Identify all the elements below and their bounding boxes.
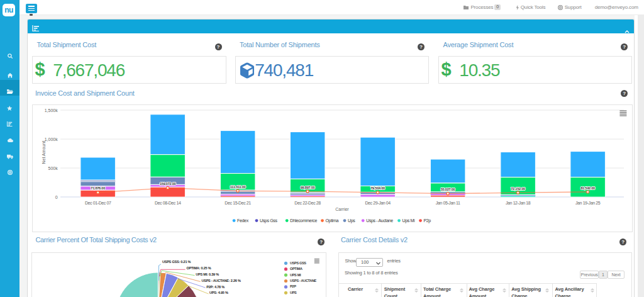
svg-text:72,152.00: 72,152.00 [511,187,525,191]
svg-text:Net Amount: Net Amount [41,141,45,164]
svg-text:111,411.00: 111,411.00 [230,185,245,189]
svg-text:OPTIMA: OPTIMA [290,267,303,271]
svg-text:Jan 05-Jan 11: Jan 05-Jan 11 [435,201,460,205]
svg-text:UPS MI: UPS MI [290,272,301,276]
svg-text:USPS - AUCTANE: USPS - AUCTANE [290,279,317,283]
svg-text:81,542.00: 81,542.00 [580,186,595,190]
svg-text:500k: 500k [48,166,58,171]
svg-text:Carrier: Carrier [335,207,349,211]
svg-text:Ups Mi: Ups Mi [402,218,414,223]
svg-text:Jan 19-Jan 25: Jan 19-Jan 25 [575,201,601,205]
svg-text:Dec 29-Jan 04: Dec 29-Jan 04 [365,201,391,205]
svg-text:1,500k: 1,500k [44,108,58,113]
svg-text:Dec 01-Dec 07: Dec 01-Dec 07 [85,201,111,205]
svg-text:Dec 15-Dec 21: Dec 15-Dec 21 [225,201,251,205]
svg-text:Dhlecommerce: Dhlecommerce [290,218,317,223]
svg-text:159,072.00: 159,072.00 [160,182,176,186]
svg-text:99,897.00: 99,897.00 [300,186,314,189]
svg-text:USPS GSS: USPS GSS [290,261,306,264]
svg-text:P2p: P2p [423,218,431,223]
svg-text:Usps Gss: Usps Gss [260,218,277,223]
svg-text:USPS GSS: 0.21 %: USPS GSS: 0.21 % [162,260,191,264]
svg-text:UPS: UPS [290,290,297,294]
svg-text:Dec 22-Dec 28: Dec 22-Dec 28 [294,201,321,205]
svg-text:1,000k: 1,000k [44,137,58,142]
svg-text:Usps - Auctane: Usps - Auctane [366,218,393,223]
svg-text:0: 0 [55,195,57,199]
svg-text:Optima: Optima [325,218,338,223]
svg-text:P2P: 4.78 %: P2P: 4.78 % [207,284,225,288]
svg-text:71,676.00: 71,676.00 [91,187,105,191]
svg-text:UPS: 4.95 %: UPS: 4.95 % [209,291,228,294]
svg-text:Ups: Ups [348,218,355,223]
svg-text:Dec 08-Dec 14: Dec 08-Dec 14 [155,201,181,205]
svg-text:OPTIMA: 0.25 %: OPTIMA: 0.25 % [187,266,211,270]
svg-text:USPS - AUCTANE: 2.26 %: USPS - AUCTANE: 2.26 % [202,279,242,283]
svg-text:UPS MI: 0.39 %: UPS MI: 0.39 % [196,272,219,276]
svg-text:79,504.00: 79,504.00 [370,187,385,191]
svg-text:Fedex: Fedex [237,218,249,223]
svg-text:P2P: P2P [290,284,296,288]
svg-text:55,027.00: 55,027.00 [440,188,455,192]
svg-text:Jan 12-Jan 18: Jan 12-Jan 18 [506,201,531,205]
